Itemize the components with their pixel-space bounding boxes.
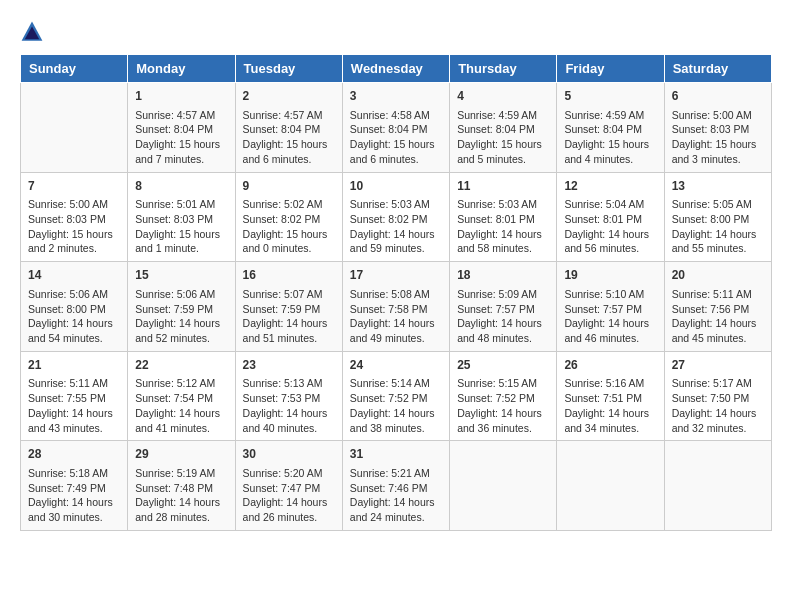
sunset-text: Sunset: 7:53 PM — [243, 392, 321, 404]
cell-info: Sunrise: 5:04 AMSunset: 8:01 PMDaylight:… — [564, 197, 656, 256]
day-number: 28 — [28, 446, 120, 463]
cell-info: Sunrise: 5:06 AMSunset: 7:59 PMDaylight:… — [135, 287, 227, 346]
day-number: 20 — [672, 267, 764, 284]
daylight-text: Daylight: 15 hours and 6 minutes. — [243, 138, 328, 165]
sunset-text: Sunset: 7:59 PM — [243, 303, 321, 315]
cell-info: Sunrise: 5:12 AMSunset: 7:54 PMDaylight:… — [135, 376, 227, 435]
logo — [20, 20, 46, 44]
daylight-text: Daylight: 14 hours and 24 minutes. — [350, 496, 435, 523]
cell-info: Sunrise: 5:02 AMSunset: 8:02 PMDaylight:… — [243, 197, 335, 256]
calendar-cell: 19Sunrise: 5:10 AMSunset: 7:57 PMDayligh… — [557, 262, 664, 352]
sunrise-text: Sunrise: 5:04 AM — [564, 198, 644, 210]
cell-info: Sunrise: 4:58 AMSunset: 8:04 PMDaylight:… — [350, 108, 442, 167]
weekday-header-monday: Monday — [128, 55, 235, 83]
cell-info: Sunrise: 5:16 AMSunset: 7:51 PMDaylight:… — [564, 376, 656, 435]
daylight-text: Daylight: 15 hours and 2 minutes. — [28, 228, 113, 255]
daylight-text: Daylight: 14 hours and 36 minutes. — [457, 407, 542, 434]
sunrise-text: Sunrise: 5:12 AM — [135, 377, 215, 389]
daylight-text: Daylight: 15 hours and 6 minutes. — [350, 138, 435, 165]
calendar-week-row: 7Sunrise: 5:00 AMSunset: 8:03 PMDaylight… — [21, 172, 772, 262]
sunrise-text: Sunrise: 5:02 AM — [243, 198, 323, 210]
day-number: 12 — [564, 178, 656, 195]
daylight-text: Daylight: 14 hours and 59 minutes. — [350, 228, 435, 255]
cell-info: Sunrise: 5:21 AMSunset: 7:46 PMDaylight:… — [350, 466, 442, 525]
daylight-text: Daylight: 14 hours and 26 minutes. — [243, 496, 328, 523]
sunrise-text: Sunrise: 5:06 AM — [135, 288, 215, 300]
weekday-header-tuesday: Tuesday — [235, 55, 342, 83]
daylight-text: Daylight: 14 hours and 30 minutes. — [28, 496, 113, 523]
sunrise-text: Sunrise: 5:19 AM — [135, 467, 215, 479]
calendar-cell: 4Sunrise: 4:59 AMSunset: 8:04 PMDaylight… — [450, 83, 557, 173]
daylight-text: Daylight: 14 hours and 40 minutes. — [243, 407, 328, 434]
day-number: 23 — [243, 357, 335, 374]
cell-info: Sunrise: 4:57 AMSunset: 8:04 PMDaylight:… — [243, 108, 335, 167]
sunset-text: Sunset: 7:55 PM — [28, 392, 106, 404]
daylight-text: Daylight: 14 hours and 55 minutes. — [672, 228, 757, 255]
sunset-text: Sunset: 7:52 PM — [350, 392, 428, 404]
sunset-text: Sunset: 7:56 PM — [672, 303, 750, 315]
sunset-text: Sunset: 8:04 PM — [564, 123, 642, 135]
calendar-cell: 18Sunrise: 5:09 AMSunset: 7:57 PMDayligh… — [450, 262, 557, 352]
cell-info: Sunrise: 5:09 AMSunset: 7:57 PMDaylight:… — [457, 287, 549, 346]
calendar-table: SundayMondayTuesdayWednesdayThursdayFrid… — [20, 54, 772, 531]
sunset-text: Sunset: 7:52 PM — [457, 392, 535, 404]
day-number: 4 — [457, 88, 549, 105]
cell-info: Sunrise: 5:20 AMSunset: 7:47 PMDaylight:… — [243, 466, 335, 525]
daylight-text: Daylight: 15 hours and 4 minutes. — [564, 138, 649, 165]
sunrise-text: Sunrise: 5:16 AM — [564, 377, 644, 389]
calendar-header-row: SundayMondayTuesdayWednesdayThursdayFrid… — [21, 55, 772, 83]
sunset-text: Sunset: 7:54 PM — [135, 392, 213, 404]
sunset-text: Sunset: 7:58 PM — [350, 303, 428, 315]
calendar-cell: 15Sunrise: 5:06 AMSunset: 7:59 PMDayligh… — [128, 262, 235, 352]
daylight-text: Daylight: 14 hours and 48 minutes. — [457, 317, 542, 344]
calendar-cell: 21Sunrise: 5:11 AMSunset: 7:55 PMDayligh… — [21, 351, 128, 441]
calendar-cell: 31Sunrise: 5:21 AMSunset: 7:46 PMDayligh… — [342, 441, 449, 531]
sunrise-text: Sunrise: 5:14 AM — [350, 377, 430, 389]
sunrise-text: Sunrise: 5:17 AM — [672, 377, 752, 389]
daylight-text: Daylight: 15 hours and 3 minutes. — [672, 138, 757, 165]
sunrise-text: Sunrise: 5:20 AM — [243, 467, 323, 479]
cell-info: Sunrise: 5:00 AMSunset: 8:03 PMDaylight:… — [28, 197, 120, 256]
day-number: 24 — [350, 357, 442, 374]
sunrise-text: Sunrise: 5:15 AM — [457, 377, 537, 389]
sunrise-text: Sunrise: 4:59 AM — [564, 109, 644, 121]
cell-info: Sunrise: 5:11 AMSunset: 7:56 PMDaylight:… — [672, 287, 764, 346]
sunset-text: Sunset: 7:59 PM — [135, 303, 213, 315]
sunset-text: Sunset: 8:00 PM — [672, 213, 750, 225]
calendar-cell: 11Sunrise: 5:03 AMSunset: 8:01 PMDayligh… — [450, 172, 557, 262]
cell-info: Sunrise: 4:59 AMSunset: 8:04 PMDaylight:… — [457, 108, 549, 167]
calendar-cell: 1Sunrise: 4:57 AMSunset: 8:04 PMDaylight… — [128, 83, 235, 173]
weekday-header-saturday: Saturday — [664, 55, 771, 83]
day-number: 2 — [243, 88, 335, 105]
day-number: 1 — [135, 88, 227, 105]
day-number: 16 — [243, 267, 335, 284]
sunrise-text: Sunrise: 5:05 AM — [672, 198, 752, 210]
cell-info: Sunrise: 5:18 AMSunset: 7:49 PMDaylight:… — [28, 466, 120, 525]
sunset-text: Sunset: 8:03 PM — [672, 123, 750, 135]
sunrise-text: Sunrise: 5:13 AM — [243, 377, 323, 389]
day-number: 7 — [28, 178, 120, 195]
cell-info: Sunrise: 5:19 AMSunset: 7:48 PMDaylight:… — [135, 466, 227, 525]
calendar-week-row: 1Sunrise: 4:57 AMSunset: 8:04 PMDaylight… — [21, 83, 772, 173]
calendar-cell — [450, 441, 557, 531]
sunrise-text: Sunrise: 5:09 AM — [457, 288, 537, 300]
sunset-text: Sunset: 7:46 PM — [350, 482, 428, 494]
weekday-header-sunday: Sunday — [21, 55, 128, 83]
sunset-text: Sunset: 8:03 PM — [135, 213, 213, 225]
cell-info: Sunrise: 4:57 AMSunset: 8:04 PMDaylight:… — [135, 108, 227, 167]
calendar-cell: 17Sunrise: 5:08 AMSunset: 7:58 PMDayligh… — [342, 262, 449, 352]
calendar-cell: 3Sunrise: 4:58 AMSunset: 8:04 PMDaylight… — [342, 83, 449, 173]
calendar-cell: 13Sunrise: 5:05 AMSunset: 8:00 PMDayligh… — [664, 172, 771, 262]
day-number: 8 — [135, 178, 227, 195]
daylight-text: Daylight: 14 hours and 46 minutes. — [564, 317, 649, 344]
daylight-text: Daylight: 14 hours and 38 minutes. — [350, 407, 435, 434]
cell-info: Sunrise: 5:10 AMSunset: 7:57 PMDaylight:… — [564, 287, 656, 346]
cell-info: Sunrise: 5:13 AMSunset: 7:53 PMDaylight:… — [243, 376, 335, 435]
calendar-week-row: 21Sunrise: 5:11 AMSunset: 7:55 PMDayligh… — [21, 351, 772, 441]
sunrise-text: Sunrise: 5:06 AM — [28, 288, 108, 300]
calendar-cell: 30Sunrise: 5:20 AMSunset: 7:47 PMDayligh… — [235, 441, 342, 531]
sunset-text: Sunset: 8:01 PM — [564, 213, 642, 225]
sunset-text: Sunset: 8:04 PM — [350, 123, 428, 135]
day-number: 14 — [28, 267, 120, 284]
daylight-text: Daylight: 14 hours and 58 minutes. — [457, 228, 542, 255]
